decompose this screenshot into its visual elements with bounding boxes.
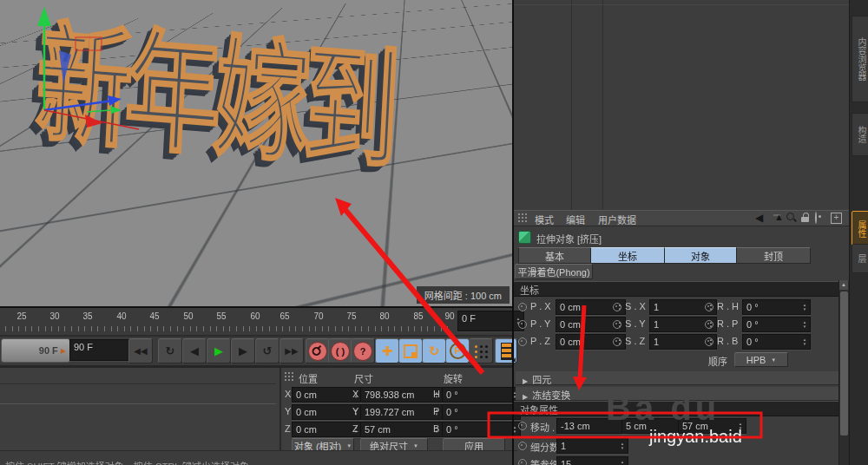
tab-layers[interactable]: 层 (852, 244, 868, 273)
previous-frame-button[interactable]: ◀ (182, 338, 207, 363)
goto-start-button[interactable]: ◀◀ (128, 338, 153, 363)
scroll-up-icon[interactable]: ▲ (774, 212, 784, 222)
z-axis-arrow-icon[interactable] (108, 95, 122, 106)
record-rotation-toggle[interactable]: ↻ (422, 338, 446, 363)
order-label: 顺序 (708, 354, 727, 368)
panel-grip-icon[interactable] (517, 213, 529, 224)
divider (0, 383, 276, 384)
keyframe-circle-icon[interactable] (518, 303, 527, 311)
y-axis-arrow-icon[interactable] (37, 7, 51, 26)
divider (571, 0, 572, 210)
record-keyframe-button[interactable] (306, 338, 330, 363)
order-dropdown[interactable]: HPB (734, 352, 788, 367)
position-z-field[interactable]: 0 cm (292, 422, 362, 437)
record-scale-toggle[interactable] (398, 338, 423, 363)
rb-field[interactable]: 0 ° (742, 334, 811, 350)
timeline-slider-handle[interactable]: 90 F▶ (1, 338, 70, 363)
attribute-toolbar: 模式 编辑 用户数据 ◀ ▲ + (514, 210, 849, 226)
viewport-3d[interactable]: 新年嫁到 网格间距 : 100 cm (0, 0, 512, 309)
material-manager-area[interactable] (0, 368, 278, 451)
param-label: R . H (717, 301, 739, 311)
phong-tag-button[interactable]: 平滑着色(Phong) (515, 264, 593, 279)
ruler-tick: 40 (116, 311, 126, 321)
rotate-icon: ↻ (429, 344, 440, 359)
c4d-window: 新年嫁到 网格间距 : 100 cm 25 30 35 40 45 50 (0, 0, 868, 465)
ruler-tick: 25 (16, 311, 26, 321)
record-parameter-toggle[interactable]: P (445, 338, 470, 363)
key-icon (309, 343, 326, 360)
param-label: P . Y (530, 318, 550, 329)
subdivision-field[interactable]: 1 (556, 438, 628, 454)
menu-userdata[interactable]: 用户数据 (598, 213, 636, 226)
scrollbar-thumb[interactable] (840, 291, 848, 436)
history-back-icon[interactable]: ◀ (755, 212, 763, 224)
keyframe-circle-icon[interactable] (518, 320, 527, 329)
param-label: R . B (717, 336, 738, 346)
extrude-object-icon[interactable] (518, 231, 531, 244)
tab-coordinates[interactable]: 坐标 (590, 247, 665, 264)
point-level-animation-toggle[interactable] (469, 338, 493, 363)
ruler-tick: 90 (444, 311, 454, 321)
next-frame-button[interactable]: ▶ (231, 338, 255, 363)
keyframe-circle-icon[interactable] (518, 337, 527, 346)
question-icon: ? (353, 342, 372, 361)
target-icon[interactable] (815, 212, 817, 224)
size-y-field[interactable]: 199.727 cm (360, 404, 443, 420)
keyframe-selection-button[interactable] (495, 338, 517, 363)
rh-field[interactable]: 0 ° (742, 299, 811, 315)
tab-content-browser[interactable]: 内容浏览器 (852, 16, 868, 102)
quaternion-group-row[interactable]: ▶四元 (516, 371, 844, 385)
position-y-field[interactable]: 0 cm (292, 404, 362, 420)
divider (0, 403, 276, 404)
tab-basic[interactable]: 基本 (518, 247, 591, 264)
new-panel-icon[interactable]: + (831, 213, 842, 224)
keyframe-circle-icon[interactable] (518, 459, 527, 465)
size-z-field[interactable]: 57 cm (360, 422, 443, 437)
keyframe-circle-icon[interactable] (613, 303, 621, 311)
size-x-field[interactable]: 798.938 cm (360, 387, 443, 403)
play-backwards-button[interactable]: ↻ (158, 338, 182, 363)
attribute-scrollbar[interactable]: ▲ (838, 280, 849, 465)
record-position-toggle[interactable]: ✚ (375, 338, 399, 363)
iso-field[interactable]: 15 (556, 456, 628, 465)
menu-mode[interactable]: 模式 (535, 213, 554, 226)
keyframe-circle-icon[interactable] (705, 320, 713, 329)
move-cross-icon: ✚ (382, 344, 393, 359)
range-end-field[interactable]: 0 F (457, 311, 524, 331)
keyframe-circle-icon[interactable] (518, 442, 527, 450)
timeline-dope-sheet-area[interactable] (514, 0, 849, 210)
keyframe-circle-icon[interactable] (705, 337, 713, 346)
axis-label: H (433, 389, 440, 399)
status-bar: 按住 SHIFT 键增加选择对象，按住 CTRL 键减少选择对象 (0, 450, 517, 465)
play-icon: ▶ (214, 344, 223, 357)
autokey-button[interactable]: ( ) (328, 338, 352, 363)
rotation-b-field[interactable]: 0 ° (442, 422, 521, 437)
tab-structure[interactable]: 构造 (852, 113, 868, 156)
coordinates-section-header[interactable]: 坐标 (514, 281, 845, 297)
timeline-ruler[interactable]: 25 30 35 40 45 50 55 60 65 70 75 80 85 9… (0, 308, 512, 337)
goto-end-button[interactable]: ▶▶ (279, 338, 304, 363)
tab-object[interactable]: 对象 (664, 247, 737, 264)
keyframe-circle-icon[interactable] (705, 303, 713, 311)
axis-gizmo[interactable] (0, 0, 512, 306)
tab-caps[interactable]: 封顶 (736, 247, 811, 264)
keyframe-help-button[interactable]: ? (351, 338, 375, 363)
keyframe-circle-icon[interactable] (518, 422, 527, 430)
play-button[interactable]: ▶ (207, 338, 231, 363)
keyframe-circle-icon[interactable] (613, 337, 621, 346)
rp-field[interactable]: 0 ° (742, 317, 811, 332)
ruler-tick: 35 (82, 311, 92, 321)
position-x-field[interactable]: 0 cm (292, 387, 362, 403)
rotation-p-field[interactable]: 0 ° (442, 404, 521, 420)
rotation-h-field[interactable]: 0 ° (442, 387, 521, 403)
reverse-play-button[interactable]: ↺ (255, 338, 279, 363)
coordinates-manager: 位置 尺寸 旋转 X 0 cm X 798.938 cm H 0 ° Y 0 c… (279, 368, 514, 451)
panel-grip-icon[interactable] (284, 371, 295, 383)
tab-attributes[interactable]: 属性 (852, 211, 868, 247)
scroll-up-arrow-icon[interactable]: ▲ (839, 280, 848, 290)
param-label: S . Z (625, 336, 645, 346)
menu-edit[interactable]: 编辑 (566, 213, 585, 226)
keyframe-circle-icon[interactable] (613, 320, 621, 329)
ruler-tick: 75 (346, 311, 356, 321)
previous-frame-icon: ◀ (190, 344, 199, 357)
